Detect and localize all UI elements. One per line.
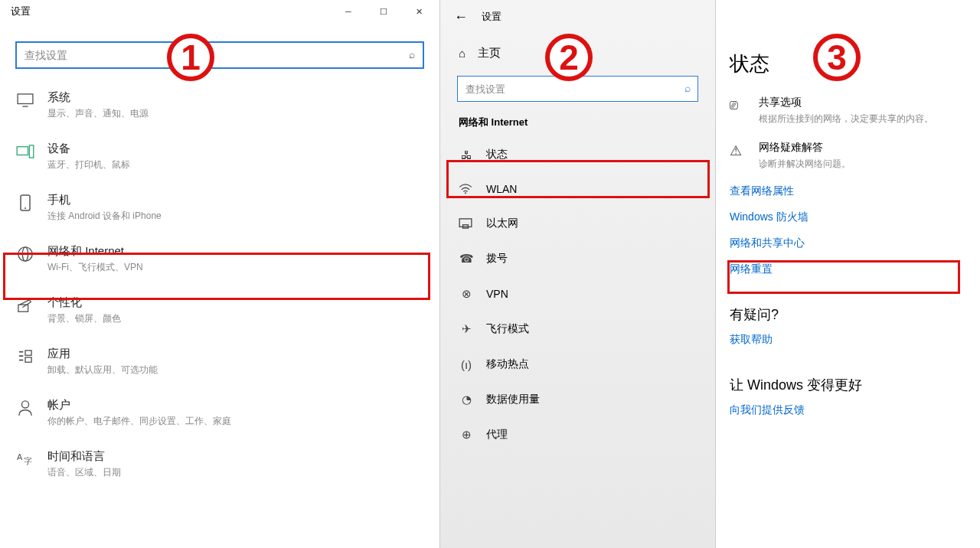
- feedback-heading: 让 Windows 变得更好: [716, 353, 980, 397]
- svg-rect-14: [25, 357, 31, 362]
- nav-label: 移动热点: [486, 357, 529, 371]
- nav-ethernet[interactable]: 以太网: [440, 206, 715, 241]
- nav-label: VPN: [486, 288, 508, 300]
- airplane-icon: ✈: [459, 322, 474, 336]
- share-sub: 根据所连接到的网络，决定要共享的内容。: [759, 113, 933, 126]
- ethernet-icon: [459, 218, 474, 229]
- home-icon: ⌂: [459, 47, 466, 60]
- link-give-feedback[interactable]: 向我们提供反馈: [716, 397, 980, 423]
- back-label: 设置: [482, 10, 501, 24]
- category-title: 应用: [47, 347, 158, 361]
- category-title: 时间和语言: [47, 449, 121, 464]
- svg-point-15: [21, 401, 28, 408]
- person-icon: [15, 398, 35, 418]
- step-badge-2: 2: [545, 34, 593, 81]
- share-title: 共享选项: [759, 96, 933, 109]
- nav-label: WLAN: [486, 183, 517, 195]
- nav-wlan[interactable]: WLAN: [440, 172, 715, 206]
- nav-label: 以太网: [486, 217, 518, 230]
- monitor-icon: [15, 90, 35, 110]
- nav-label: 代理: [486, 428, 508, 442]
- minimize-button[interactable]: ─: [331, 0, 366, 23]
- search-icon: ⌕: [409, 48, 415, 60]
- step-badge-3: 3: [813, 34, 861, 81]
- globe-icon: [15, 244, 35, 264]
- category-subtitle: 蓝牙、打印机、鼠标: [47, 158, 130, 171]
- category-phone[interactable]: 手机连接 Android 设备和 iPhone: [0, 182, 439, 233]
- svg-point-5: [24, 207, 26, 209]
- nav-label: 数据使用量: [486, 393, 540, 406]
- troubleshoot-row[interactable]: ⚠ 网络疑难解答诊断并解决网络问题。: [716, 133, 980, 178]
- category-title: 个性化: [47, 295, 121, 310]
- section-header: 网络和 Internet: [440, 113, 715, 137]
- category-subtitle: 卸载、默认应用、可选功能: [47, 364, 158, 377]
- category-accounts[interactable]: 帐户你的帐户、电子邮件、同步设置、工作、家庭: [0, 387, 439, 439]
- nav-proxy[interactable]: ⊕代理: [440, 417, 715, 452]
- category-subtitle: 你的帐户、电子邮件、同步设置、工作、家庭: [47, 415, 231, 428]
- nav-datausage[interactable]: ◔数据使用量: [440, 382, 715, 417]
- link-get-help[interactable]: 获取帮助: [716, 327, 980, 353]
- home-label: 主页: [478, 46, 501, 60]
- window-title: 设置: [11, 5, 31, 18]
- nav-status[interactable]: 🖧状态: [440, 137, 715, 172]
- category-title: 设备: [47, 142, 130, 156]
- back-button[interactable]: ←: [454, 9, 468, 25]
- category-subtitle: Wi-Fi、飞行模式、VPN: [47, 261, 143, 274]
- category-subtitle: 语音、区域、日期: [47, 466, 121, 479]
- svg-rect-2: [17, 147, 28, 155]
- nav-label: 飞行模式: [486, 322, 529, 336]
- question-heading: 有疑问?: [716, 282, 980, 327]
- share-options-row[interactable]: ⎚ 共享选项根据所连接到的网络，决定要共享的内容。: [716, 88, 980, 133]
- category-devices[interactable]: 设备蓝牙、打印机、鼠标: [0, 131, 439, 182]
- category-time-language[interactable]: A字 时间和语言语音、区域、日期: [0, 439, 439, 490]
- category-title: 帐户: [47, 398, 231, 413]
- nav-hotspot[interactable]: (ı)移动热点: [440, 347, 715, 382]
- svg-rect-0: [18, 94, 33, 104]
- paint-icon: [15, 295, 35, 315]
- category-title: 网络和 Internet: [47, 244, 143, 259]
- vpn-icon: ⊗: [459, 287, 474, 301]
- warning-icon: ⚠: [730, 142, 748, 171]
- nav-dialup[interactable]: ☎拨号: [440, 241, 715, 276]
- category-subtitle: 连接 Android 设备和 iPhone: [47, 210, 162, 223]
- dialup-icon: ☎: [459, 252, 474, 266]
- titlebar: 设置 ─ ☐ ✕: [0, 0, 439, 23]
- wifi-icon: [459, 184, 474, 194]
- search-input[interactable]: [15, 41, 424, 69]
- category-network[interactable]: 网络和 InternetWi-Fi、飞行模式、VPN: [0, 233, 439, 285]
- search-icon: ⌕: [684, 82, 691, 94]
- link-network-properties[interactable]: 查看网络属性: [716, 178, 980, 204]
- category-apps[interactable]: 应用卸载、默认应用、可选功能: [0, 336, 439, 387]
- category-title: 系统: [47, 90, 149, 105]
- link-firewall[interactable]: Windows 防火墙: [716, 204, 980, 230]
- svg-text:字: 字: [24, 456, 32, 465]
- link-network-reset[interactable]: 网络重置: [716, 256, 980, 282]
- link-network-sharing-center[interactable]: 网络和共享中心: [716, 230, 980, 256]
- category-subtitle: 显示、声音、通知、电源: [47, 107, 149, 120]
- svg-rect-3: [29, 145, 33, 158]
- svg-rect-19: [459, 219, 472, 227]
- close-button[interactable]: ✕: [401, 0, 436, 23]
- category-personalization[interactable]: 个性化背景、锁屏、颜色: [0, 285, 439, 336]
- step-badge-1: 1: [167, 34, 214, 81]
- nav-airplane[interactable]: ✈飞行模式: [440, 312, 715, 347]
- nav-vpn[interactable]: ⊗VPN: [440, 276, 715, 312]
- svg-rect-13: [25, 351, 31, 355]
- nav-label: 状态: [486, 148, 508, 161]
- language-icon: A字: [15, 449, 35, 469]
- status-icon: 🖧: [459, 148, 474, 161]
- maximize-button[interactable]: ☐: [366, 0, 401, 23]
- share-icon: ⎚: [730, 97, 748, 126]
- svg-rect-9: [18, 305, 28, 312]
- svg-point-18: [465, 192, 466, 194]
- search-input[interactable]: [457, 76, 698, 102]
- devices-icon: [15, 142, 35, 161]
- trouble-title: 网络疑难解答: [759, 141, 851, 155]
- nav-label: 拨号: [486, 252, 508, 266]
- category-title: 手机: [47, 193, 162, 207]
- trouble-sub: 诊断并解决网络问题。: [759, 158, 851, 171]
- category-subtitle: 背景、锁屏、颜色: [47, 312, 121, 325]
- settings-categories: 系统显示、声音、通知、电源 设备蓝牙、打印机、鼠标 手机连接 Android 设…: [0, 73, 439, 490]
- category-system[interactable]: 系统显示、声音、通知、电源: [0, 80, 439, 131]
- phone-icon: [15, 193, 35, 213]
